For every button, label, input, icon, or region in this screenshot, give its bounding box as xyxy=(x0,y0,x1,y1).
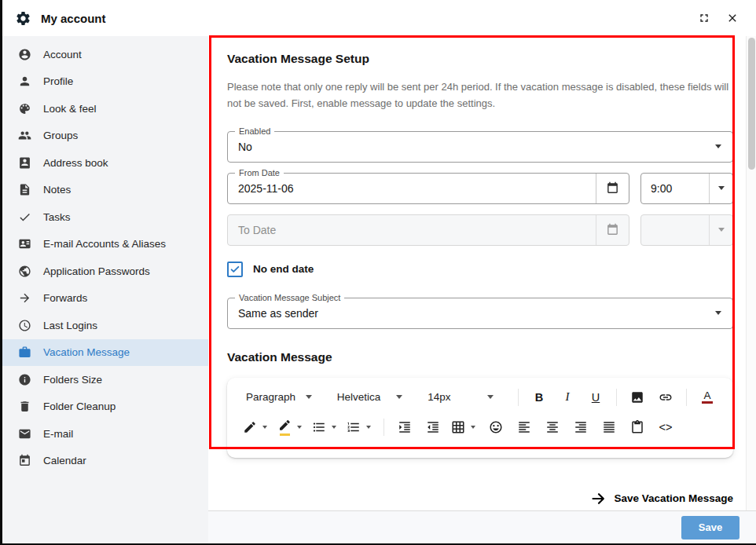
close-button[interactable] xyxy=(723,9,742,27)
paste-button[interactable] xyxy=(624,415,651,440)
sidebar-item-folders-size[interactable]: Folders Size xyxy=(2,366,208,393)
sidebar-item-notes[interactable]: Notes xyxy=(2,177,208,204)
align-justify-icon xyxy=(602,420,616,434)
editor-text-area[interactable] xyxy=(233,442,727,455)
sidebar-item-last-logins[interactable]: Last Logins xyxy=(2,312,208,339)
sidebar-item-folder-cleanup[interactable]: Folder Cleanup xyxy=(2,393,208,421)
align-right-button[interactable] xyxy=(567,415,594,440)
people-icon xyxy=(18,129,31,142)
paragraph-format-select[interactable]: Paragraph xyxy=(240,386,318,409)
info-note: Please note that only one reply will be … xyxy=(227,79,733,112)
chevron-down-icon xyxy=(715,311,721,315)
toolbar-divider xyxy=(686,389,687,406)
to-date-input[interactable]: To Date xyxy=(227,214,629,246)
sidebar-item-look-and-feel[interactable]: Look & feel xyxy=(2,95,208,123)
save-vacation-message-button[interactable]: Save Vacation Message xyxy=(591,491,733,507)
to-time-select[interactable] xyxy=(640,214,733,246)
numbered-list-combo[interactable] xyxy=(343,415,373,440)
sidebar-item-account[interactable]: Account xyxy=(2,41,208,68)
briefcase-icon xyxy=(18,346,31,359)
underline-button[interactable]: U xyxy=(582,385,609,410)
vacation-subject-dropdown-arrow[interactable] xyxy=(704,298,732,328)
pen-color-combo[interactable] xyxy=(240,415,270,440)
sidebar-item-label: Last Logins xyxy=(43,320,97,331)
sidebar-item-application-passwords[interactable]: Application Passwords xyxy=(2,258,208,285)
sidebar-item-label: Groups xyxy=(43,130,78,141)
numbered-list-icon xyxy=(347,420,361,434)
sidebar-item-address-book[interactable]: Address book xyxy=(2,149,208,177)
bold-button[interactable]: B xyxy=(526,385,552,410)
send-arrow-icon xyxy=(591,491,607,507)
sidebar-item-email[interactable]: E-mail xyxy=(2,420,208,448)
pen-color-button[interactable] xyxy=(240,415,260,440)
no-end-date-checkbox[interactable] xyxy=(227,262,243,277)
to-time-dropdown-arrow[interactable] xyxy=(709,215,732,245)
insert-table-button[interactable] xyxy=(448,415,468,440)
checkmark-icon xyxy=(229,264,240,275)
sidebar-item-email-accounts-aliases[interactable]: E-mail Accounts & Aliases xyxy=(2,231,208,258)
from-date-picker-button[interactable] xyxy=(596,174,629,203)
sidebar-item-calendar[interactable]: Calendar xyxy=(2,448,208,475)
info-icon xyxy=(18,373,31,386)
sidebar-item-forwards[interactable]: Forwards xyxy=(2,285,208,313)
enabled-dropdown-arrow[interactable] xyxy=(704,132,732,162)
align-center-icon xyxy=(545,420,560,434)
highlight-color-button[interactable] xyxy=(274,415,295,440)
align-left-button[interactable] xyxy=(511,415,538,440)
sidebar-item-label: Application Passwords xyxy=(43,265,150,277)
numbered-list-button[interactable] xyxy=(343,415,364,440)
font-size-select[interactable]: 14px xyxy=(421,386,500,409)
highlight-color-combo[interactable] xyxy=(274,415,304,440)
sidebar-item-groups[interactable]: Groups xyxy=(2,123,208,150)
smiley-icon xyxy=(489,420,503,434)
align-justify-button[interactable] xyxy=(596,415,622,440)
emoji-button[interactable] xyxy=(483,415,509,440)
indent-decrease-button[interactable] xyxy=(420,415,446,440)
fullscreen-button[interactable] xyxy=(695,9,714,27)
sidebar-item-tasks[interactable]: Tasks xyxy=(2,203,208,231)
from-date-row: From Date 2025-11-06 9:00 xyxy=(227,173,733,204)
insert-link-button[interactable] xyxy=(652,385,679,410)
chevron-down-icon xyxy=(306,395,312,399)
insert-image-button[interactable] xyxy=(624,385,651,410)
indent-increase-icon xyxy=(398,420,412,434)
sidebar-item-profile[interactable]: Profile xyxy=(2,68,208,96)
from-time-dropdown-arrow[interactable] xyxy=(709,174,732,203)
editor-toolbar-row-1: Paragraph Helvetica 14px B xyxy=(233,382,727,412)
indent-decrease-icon xyxy=(426,420,440,434)
sidebar-item-label: Vacation Message xyxy=(43,346,130,358)
sidebar-item-label: Profile xyxy=(43,75,73,87)
pen-icon xyxy=(243,420,257,434)
envelope-icon xyxy=(18,427,31,441)
sidebar-item-vacation-message[interactable]: Vacation Message xyxy=(2,339,208,367)
vacation-subject-select[interactable]: Vacation Message Subject Same as sender xyxy=(227,298,733,329)
font-family-select[interactable]: Helvetica xyxy=(331,386,409,409)
indent-increase-button[interactable] xyxy=(391,415,418,440)
close-icon xyxy=(726,12,739,24)
calendar-icon xyxy=(606,181,619,195)
vertical-scrollbar[interactable] xyxy=(746,36,756,510)
calendar-icon xyxy=(18,454,31,467)
sidebar-item-label: Address book xyxy=(43,157,108,169)
save-button[interactable]: Save xyxy=(681,516,739,540)
enabled-select[interactable]: Enabled No xyxy=(227,131,733,163)
scrollbar-thumb[interactable] xyxy=(748,38,755,170)
table-icon xyxy=(451,420,465,434)
sidebar-item-label: Folders Size xyxy=(43,374,102,386)
to-date-row: To Date xyxy=(227,214,733,246)
from-time-select[interactable]: 9:00 xyxy=(640,173,733,204)
toolbar-divider xyxy=(384,419,384,436)
address-book-icon xyxy=(18,156,31,170)
bullet-list-combo[interactable] xyxy=(309,415,339,440)
from-date-input[interactable]: From Date 2025-11-06 xyxy=(227,173,629,204)
code-button[interactable]: <> xyxy=(652,415,679,440)
to-date-picker-button[interactable] xyxy=(596,215,629,245)
insert-table-combo[interactable] xyxy=(448,415,478,440)
bullet-list-button[interactable] xyxy=(309,415,329,440)
font-color-button[interactable]: A xyxy=(694,385,721,410)
paragraph-format-value: Paragraph xyxy=(246,391,295,403)
to-date-label: To Date xyxy=(228,224,596,236)
italic-button[interactable]: I xyxy=(554,385,581,410)
sidebar-item-label: Tasks xyxy=(43,211,71,223)
align-center-button[interactable] xyxy=(539,415,566,440)
